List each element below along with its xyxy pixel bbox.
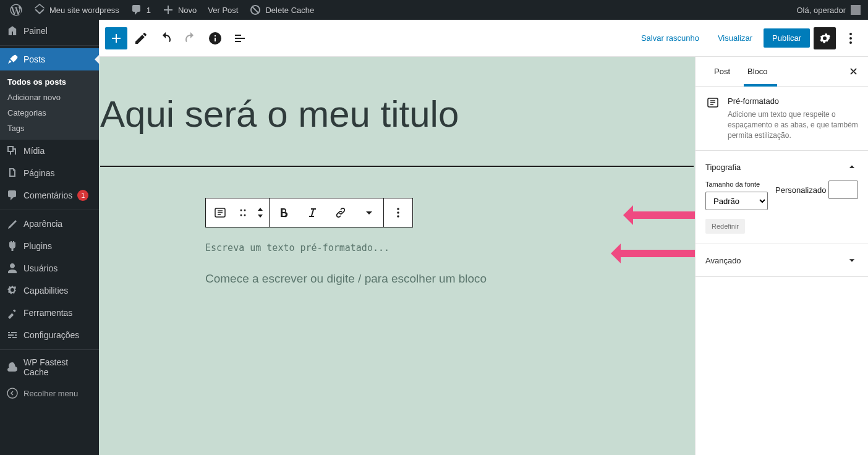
move-updown-button[interactable]: [252, 198, 269, 227]
admin-bar: Meu site wordpress 1 Novo Ver Post Delet…: [0, 0, 868, 20]
admin-sidebar: Painel Posts Todos os posts Adicionar no…: [0, 20, 99, 455]
svg-point-2: [849, 37, 852, 40]
menu-tools[interactable]: Ferramentas: [0, 302, 99, 324]
wp-logo[interactable]: [5, 0, 27, 20]
menu-pages[interactable]: Páginas: [0, 162, 99, 184]
settings-toggle-button[interactable]: [814, 27, 836, 49]
delete-cache-link[interactable]: Delete Cache: [244, 0, 319, 20]
svg-point-8: [244, 215, 246, 216]
block-type-button[interactable]: [206, 198, 234, 227]
chevron-down-icon: [846, 254, 858, 266]
block-more-button[interactable]: [384, 198, 412, 227]
menu-settings[interactable]: Configurações: [0, 324, 99, 346]
edit-mode-button[interactable]: [130, 27, 152, 49]
menu-comments[interactable]: Comentários 1: [0, 184, 99, 206]
typography-panel: Tipografia Tamanho da fonte Padrão Perso…: [696, 151, 868, 244]
view-post-link[interactable]: Ver Post: [203, 0, 243, 20]
font-size-label: Tamanho da fonte: [705, 181, 768, 188]
save-draft-button[interactable]: Salvar rascunho: [634, 28, 707, 48]
svg-point-7: [240, 215, 242, 216]
svg-point-11: [397, 215, 399, 218]
editor-canvas: Aqui será o meu titulo: [99, 57, 695, 455]
block-info-panel: Pré-formatado Adicione um texto que resp…: [696, 87, 868, 151]
more-options-button[interactable]: [840, 27, 862, 49]
custom-size-label: Personalizado: [775, 185, 826, 195]
info-button[interactable]: [204, 27, 226, 49]
block-name: Pré-formatado: [728, 96, 858, 106]
svg-point-5: [240, 210, 242, 211]
site-name-label: Meu site wordpress: [49, 6, 119, 15]
block-toolbar: [205, 198, 413, 228]
svg-point-3: [849, 41, 852, 44]
font-size-select[interactable]: Padrão: [705, 192, 768, 210]
bold-button[interactable]: [270, 198, 298, 227]
new-link[interactable]: Novo: [157, 0, 202, 20]
menu-wp-fastest-cache[interactable]: WP Fastest Cache: [0, 352, 99, 382]
greeting-label: Olá, operador: [797, 6, 846, 15]
advanced-toggle[interactable]: Avançado: [705, 254, 858, 266]
tab-post[interactable]: Post: [705, 58, 739, 85]
sub-tags[interactable]: Tags: [0, 121, 99, 136]
sub-all-posts[interactable]: Todos os posts: [0, 74, 99, 90]
reset-button[interactable]: Redefinir: [705, 219, 745, 234]
preformatted-block[interactable]: Escreva um texto pré-formatado...: [205, 242, 589, 253]
sub-categories[interactable]: Categorias: [0, 105, 99, 121]
typography-toggle[interactable]: Tipografia: [705, 161, 858, 173]
outline-button[interactable]: [229, 27, 251, 49]
post-title[interactable]: Aqui será o meu titulo: [100, 82, 694, 147]
more-format-button[interactable]: [355, 198, 383, 227]
advanced-panel: Avançado: [696, 244, 868, 277]
italic-button[interactable]: [298, 198, 326, 227]
user-greeting[interactable]: Olá, operador: [797, 5, 864, 15]
menu-users[interactable]: Usuários: [0, 257, 99, 279]
drag-handle[interactable]: [234, 198, 252, 227]
annotation-arrow-1: [613, 205, 695, 225]
menu-posts[interactable]: Posts: [0, 48, 99, 70]
comments-count: 1: [147, 6, 151, 15]
separator-block[interactable]: [100, 166, 694, 167]
editor-header: Salvar rascunho Visualizar Publicar: [99, 20, 868, 57]
editor-canvas-scroll[interactable]: Aqui será o meu titulo: [99, 57, 695, 455]
chevron-up-icon: [846, 161, 858, 173]
avatar: [851, 5, 861, 15]
link-button[interactable]: [326, 198, 355, 227]
preview-button[interactable]: Visualizar: [710, 28, 760, 48]
svg-point-10: [397, 211, 399, 214]
menu-appearance[interactable]: Aparência: [0, 213, 99, 235]
collapse-menu[interactable]: Recolher menu: [0, 382, 99, 404]
add-block-button[interactable]: [105, 27, 127, 49]
default-block-prompt[interactable]: Comece a escrever ou digite / para escol…: [205, 272, 589, 286]
comments-link[interactable]: 1: [126, 0, 156, 20]
svg-point-6: [244, 210, 246, 211]
svg-point-1: [849, 33, 852, 35]
publish-button[interactable]: Publicar: [764, 28, 810, 48]
tab-block[interactable]: Bloco: [739, 58, 777, 85]
menu-media[interactable]: Mídia: [0, 140, 99, 162]
posts-submenu: Todos os posts Adicionar novo Categorias…: [0, 70, 99, 140]
annotation-arrow-2: [601, 244, 695, 263]
close-settings-button[interactable]: ✕: [849, 65, 858, 79]
undo-button[interactable]: [155, 27, 177, 49]
custom-size-input[interactable]: [828, 181, 858, 199]
preformatted-icon: [705, 95, 720, 110]
comments-badge: 1: [77, 190, 88, 201]
menu-plugins[interactable]: Plugins: [0, 235, 99, 257]
svg-point-0: [7, 388, 17, 398]
block-desc: Adicione um texto que respeite o espaçam…: [728, 109, 858, 140]
site-name[interactable]: Meu site wordpress: [28, 0, 124, 20]
new-label: Novo: [178, 6, 197, 15]
sub-new-post[interactable]: Adicionar novo: [0, 90, 99, 105]
svg-point-9: [397, 208, 399, 210]
settings-panel: Post Bloco ✕ Pré-formatado Adicione um t…: [695, 57, 868, 455]
menu-capabilities[interactable]: Capabilities: [0, 279, 99, 302]
menu-dashboard[interactable]: Painel: [0, 20, 99, 42]
redo-button[interactable]: [179, 27, 202, 49]
